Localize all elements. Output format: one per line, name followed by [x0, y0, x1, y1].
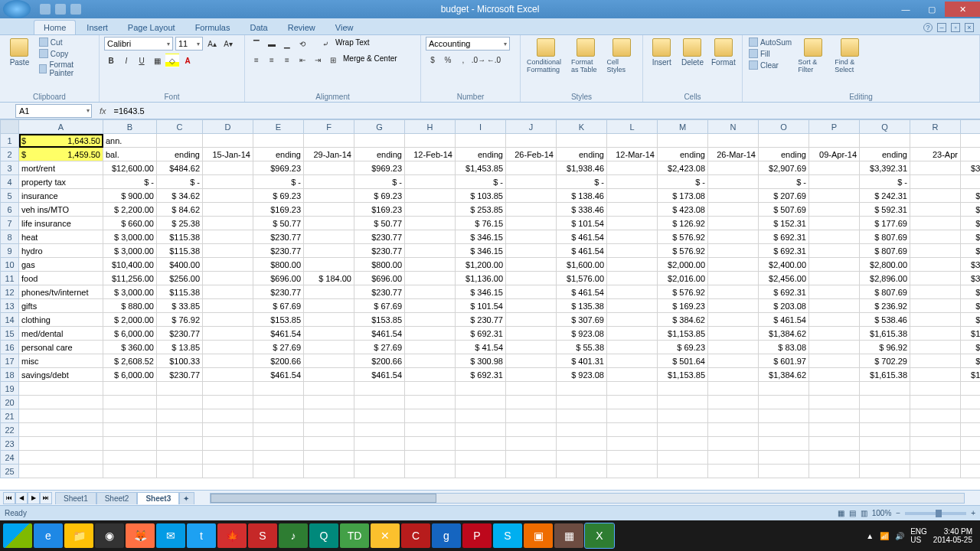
cell-G18[interactable]: $461.54	[354, 368, 405, 382]
cell-C4[interactable]: $ -	[157, 175, 203, 189]
cell-A13[interactable]: gifts	[19, 299, 103, 313]
cell-I4[interactable]: $ -	[456, 175, 506, 189]
cell-D4[interactable]	[203, 175, 253, 189]
col-header-B[interactable]: B	[103, 120, 157, 134]
cell-M11[interactable]: $2,016.00	[658, 272, 708, 285]
cell-A20[interactable]	[19, 396, 103, 409]
cell-N15[interactable]	[708, 327, 759, 341]
cell-G13[interactable]: $ 67.69	[354, 299, 405, 313]
cell-C1[interactable]	[157, 134, 203, 148]
cell-R17[interactable]	[910, 354, 961, 368]
cell-F12[interactable]	[304, 285, 354, 299]
cell-Q25[interactable]	[860, 465, 910, 478]
cell-S12[interactable]: $ 923.08	[961, 285, 981, 299]
cell-H6[interactable]	[405, 203, 456, 217]
copy-button[interactable]: Copy	[38, 48, 94, 59]
cell-C9[interactable]: $115.38	[157, 244, 203, 258]
cell-Q14[interactable]: $ 538.46	[860, 313, 910, 327]
cell-F21[interactable]	[304, 409, 354, 423]
cell-J16[interactable]	[506, 341, 557, 354]
cell-H12[interactable]	[405, 285, 456, 299]
cell-A8[interactable]: heat	[19, 230, 103, 244]
cell-K10[interactable]: $1,600.00	[557, 258, 607, 272]
cell-D23[interactable]	[203, 437, 253, 451]
align-center-button[interactable]: ≡	[265, 53, 279, 67]
cell-N20[interactable]	[708, 396, 759, 409]
cell-L22[interactable]	[607, 423, 658, 437]
cell-K24[interactable]	[557, 451, 607, 465]
cell-M25[interactable]	[658, 465, 708, 478]
cell-R7[interactable]	[910, 217, 961, 230]
col-header-M[interactable]: M	[658, 120, 708, 134]
view-normal-icon[interactable]: ▦	[838, 509, 844, 517]
cell-R25[interactable]	[910, 465, 961, 478]
cell-J3[interactable]	[506, 161, 557, 175]
row-header-8[interactable]: 8	[1, 230, 19, 244]
shrink-font-button[interactable]: A▾	[221, 37, 235, 51]
cell-G7[interactable]: $ 50.77	[354, 217, 405, 230]
close-button[interactable]: ✕	[945, 2, 980, 17]
cell-B14[interactable]: $ 2,000.00	[103, 313, 157, 327]
cell-S1[interactable]	[961, 134, 981, 148]
cell-K19[interactable]	[557, 382, 607, 396]
cell-O17[interactable]: $ 601.97	[759, 354, 809, 368]
worksheet-grid[interactable]: ABCDEFGHIJKLMNOPQRST11,643.50ann.21,459.…	[0, 119, 980, 490]
col-header-N[interactable]: N	[708, 120, 759, 134]
cell-A6[interactable]: veh ins/MTO	[19, 203, 103, 217]
cell-A10[interactable]: gas	[19, 258, 103, 272]
cell-P13[interactable]	[809, 299, 860, 313]
cell-O16[interactable]: $ 83.08	[759, 341, 809, 354]
row-header-20[interactable]: 20	[1, 396, 19, 409]
cell-H21[interactable]	[405, 409, 456, 423]
cell-A16[interactable]: personal care	[19, 341, 103, 354]
cell-O22[interactable]	[759, 423, 809, 437]
cell-L8[interactable]	[607, 230, 658, 244]
row-header-1[interactable]: 1	[1, 134, 19, 148]
cell-K11[interactable]: $1,576.00	[557, 272, 607, 285]
cell-A25[interactable]	[19, 465, 103, 478]
cell-O12[interactable]: $ 692.31	[759, 285, 809, 299]
cell-A11[interactable]: food	[19, 272, 103, 285]
cell-I1[interactable]	[456, 134, 506, 148]
cell-J11[interactable]	[506, 272, 557, 285]
cell-A18[interactable]: savings/debt	[19, 368, 103, 382]
cell-C15[interactable]: $230.77	[157, 327, 203, 341]
view-layout-icon[interactable]: ▤	[849, 509, 856, 517]
cell-L10[interactable]	[607, 258, 658, 272]
cell-C21[interactable]	[157, 409, 203, 423]
cell-R20[interactable]	[910, 396, 961, 409]
cell-O5[interactable]: $ 207.69	[759, 189, 809, 203]
cell-E8[interactable]: $230.77	[253, 230, 304, 244]
cell-J2[interactable]: 26-Feb-14	[506, 148, 557, 161]
cell-D18[interactable]	[203, 368, 253, 382]
cell-M3[interactable]: $2,423.08	[658, 161, 708, 175]
cell-D13[interactable]	[203, 299, 253, 313]
cell-K8[interactable]: $ 461.54	[557, 230, 607, 244]
cell-E6[interactable]: $169.23	[253, 203, 304, 217]
cell-Q1[interactable]	[860, 134, 910, 148]
cell-F18[interactable]	[304, 368, 354, 382]
taskbar-app2-icon[interactable]: S	[248, 523, 277, 548]
row-header-18[interactable]: 18	[1, 368, 19, 382]
row-header-16[interactable]: 16	[1, 341, 19, 354]
cell-A17[interactable]: misc	[19, 354, 103, 368]
cell-Q19[interactable]	[860, 382, 910, 396]
horizontal-scrollbar[interactable]	[210, 493, 965, 504]
col-header-P[interactable]: P	[809, 120, 860, 134]
taskbar-google-icon[interactable]: g	[432, 523, 461, 548]
cell-K22[interactable]	[557, 423, 607, 437]
cell-S3[interactable]: $3,876.92	[961, 161, 981, 175]
cell-J6[interactable]	[506, 203, 557, 217]
cell-O21[interactable]	[759, 409, 809, 423]
cell-F6[interactable]	[304, 203, 354, 217]
cell-P23[interactable]	[809, 437, 860, 451]
cell-E19[interactable]	[253, 382, 304, 396]
view-break-icon[interactable]: ▥	[861, 509, 867, 517]
cell-H17[interactable]	[405, 354, 456, 368]
cell-S4[interactable]: $ -	[961, 175, 981, 189]
cell-Q13[interactable]: $ 236.92	[860, 299, 910, 313]
taskbar-app-icon[interactable]: 🍁	[217, 523, 247, 548]
col-header-K[interactable]: K	[557, 120, 607, 134]
cell-Q10[interactable]: $2,800.00	[860, 258, 910, 272]
cell-I15[interactable]: $ 692.31	[456, 327, 506, 341]
